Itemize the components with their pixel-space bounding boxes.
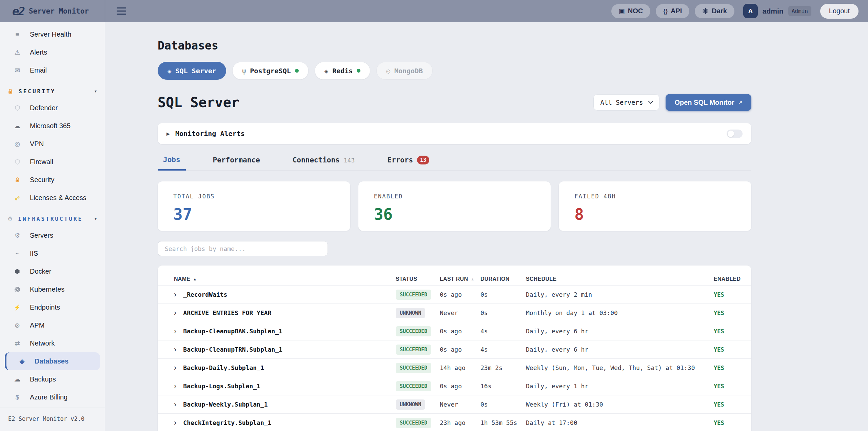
- topbar: e2 Server Monitor ▣ NOC {} API Dark A ad…: [0, 0, 868, 22]
- sidebar-item-label: Endpoints: [30, 303, 60, 311]
- open-sql-monitor-button[interactable]: Open SQL Monitor ↗: [666, 94, 751, 111]
- api-label: API: [671, 7, 682, 15]
- chevron-right-icon[interactable]: ›: [174, 419, 176, 427]
- sidebar-item-label: Security: [30, 176, 54, 184]
- app-title: Server Monitor: [29, 7, 89, 15]
- section-label: INFRASTRUCTURE: [18, 216, 83, 222]
- role-badge: Admin: [788, 6, 811, 16]
- user-avatar: A: [743, 4, 758, 18]
- sidebar-item-email[interactable]: ✉ Email: [0, 61, 105, 79]
- table-row[interactable]: ›Backup-CleanupBAK.Subplan_1 SUCCEEDED 0…: [158, 322, 751, 340]
- sidebar-item-label: APM: [30, 321, 44, 329]
- noc-button[interactable]: ▣ NOC: [611, 4, 650, 18]
- api-button[interactable]: {} API: [656, 4, 689, 18]
- sidebar-item-kubernetes[interactable]: Kubernetes: [0, 280, 105, 298]
- sidebar-item-servers[interactable]: ⚙ Servers: [0, 227, 105, 244]
- column-schedule[interactable]: SCHEDULE: [526, 276, 714, 282]
- job-name: Backup-Logs.Subplan_1: [183, 383, 260, 390]
- schedule: Daily at 17:00: [526, 419, 714, 426]
- table-row[interactable]: ›Backup-Daily.Subplan_1 SUCCEEDED 14h ag…: [158, 358, 751, 377]
- diamond-icon: ◈: [18, 357, 26, 365]
- tab-mongodb[interactable]: ◎ MongoDB: [376, 62, 433, 80]
- shield-icon: [13, 105, 22, 111]
- column-last-run[interactable]: LAST RUN ▲: [440, 276, 480, 282]
- last-run: Never: [440, 401, 480, 408]
- table-row[interactable]: ›Backup-Logs.Subplan_1 SUCCEEDED 0s ago …: [158, 377, 751, 395]
- chevron-right-icon[interactable]: ›: [174, 383, 176, 390]
- duration: 0s: [480, 309, 526, 316]
- sidebar-item-vpn[interactable]: ◎ VPN: [0, 135, 105, 153]
- table-row[interactable]: ›CheckIntegrity.Subplan_1 SUCCEEDED 23h …: [158, 413, 751, 431]
- cloud-icon: ☁: [13, 375, 22, 383]
- sidebar-section-security[interactable]: SECURITY ▾: [0, 83, 105, 99]
- gear-icon: ⚙: [13, 232, 22, 239]
- tab-jobs[interactable]: Jobs: [158, 154, 186, 171]
- user-info[interactable]: A admin Admin: [743, 4, 811, 18]
- sidebar-item-iis[interactable]: ~ IIS: [0, 244, 105, 262]
- sidebar-item-alerts[interactable]: ⚠ Alerts: [0, 43, 105, 61]
- stat-label: ENABLED: [374, 193, 535, 200]
- sidebar-item-endpoints[interactable]: ⚡ Endpoints: [0, 298, 105, 316]
- sidebar-item-security[interactable]: Security: [0, 171, 105, 189]
- tab-connections[interactable]: Connections 143: [287, 154, 360, 170]
- last-run: 0s ago: [440, 383, 480, 390]
- sort-asc-icon: ▲: [471, 277, 474, 281]
- server-select[interactable]: All Servers: [593, 94, 660, 111]
- chevron-right-icon[interactable]: ›: [174, 346, 176, 353]
- table-row[interactable]: ›_RecordWaits SUCCEEDED 0s ago 0s Daily,…: [158, 285, 751, 303]
- tab-performance[interactable]: Performance: [208, 154, 265, 170]
- sidebar-item-microsoft-365[interactable]: ☁ Microsoft 365: [0, 117, 105, 135]
- sidebar-section-infrastructure[interactable]: ⚙ INFRASTRUCTURE ▾: [0, 211, 105, 227]
- sidebar-item-label: Server Health: [30, 31, 71, 38]
- column-name[interactable]: NAME ▲: [174, 276, 396, 282]
- monitoring-alerts-panel[interactable]: ▶ Monitoring Alerts: [158, 123, 751, 144]
- enabled-flag: YES: [714, 365, 735, 371]
- sidebar-item-defender[interactable]: Defender: [0, 99, 105, 117]
- column-enabled[interactable]: ENABLED: [714, 276, 741, 282]
- noc-icon: ▣: [619, 7, 625, 15]
- status-badge: SUCCEEDED: [396, 290, 431, 300]
- schedule: Daily, every 1 hr: [526, 383, 714, 390]
- sidebar-item-label: Kubernetes: [30, 286, 64, 293]
- chevron-right-icon[interactable]: ›: [174, 309, 176, 317]
- sidebar-item-network[interactable]: ⇄ Network: [0, 334, 105, 352]
- sidebar-item-firewall[interactable]: Firewall: [0, 153, 105, 171]
- tab-redis[interactable]: ◈ Redis: [315, 62, 371, 80]
- chevron-right-icon[interactable]: ›: [174, 401, 176, 408]
- monitoring-alerts-toggle[interactable]: [727, 130, 743, 138]
- sidebar-item-server-health[interactable]: ≡ Server Health: [0, 25, 105, 43]
- server-health-icon: ≡: [13, 31, 22, 38]
- chevron-right-icon[interactable]: ›: [174, 364, 176, 372]
- tab-postgresql[interactable]: ψ PostgreSQL: [232, 62, 309, 80]
- search-jobs-input[interactable]: [158, 241, 328, 256]
- sql-section-tabs: Jobs Performance Connections 143 Errors …: [158, 154, 751, 171]
- menu-toggle-icon[interactable]: [117, 7, 126, 15]
- duration: 16s: [480, 383, 526, 390]
- sidebar-item-docker[interactable]: Docker: [0, 262, 105, 280]
- sidebar-item-databases[interactable]: ◈ Databases: [5, 352, 100, 370]
- hexagon-icon: [13, 269, 22, 274]
- tab-sql-server[interactable]: ◈ SQL Server: [158, 62, 226, 80]
- logout-button[interactable]: Logout: [820, 4, 859, 19]
- enabled-flag: YES: [714, 291, 735, 298]
- stat-value: 8: [574, 205, 736, 223]
- bolt-icon: ⚡: [13, 304, 22, 311]
- table-row[interactable]: ›Backup-Weekly.Subplan_1 UNKNOWN Never 0…: [158, 395, 751, 413]
- chevron-right-icon[interactable]: ›: [174, 328, 176, 335]
- column-status[interactable]: STATUS: [396, 276, 440, 282]
- sidebar-item-licenses-access[interactable]: Licenses & Access: [0, 189, 105, 207]
- chevron-right-icon[interactable]: ›: [174, 291, 176, 298]
- table-row[interactable]: ›Backup-CleanupTRN.Subplan_1 SUCCEEDED 0…: [158, 340, 751, 358]
- column-duration[interactable]: DURATION: [480, 276, 526, 282]
- sidebar-item-label: VPN: [30, 140, 44, 148]
- tab-errors[interactable]: Errors 13: [382, 154, 435, 170]
- sidebar-item-backups[interactable]: ☁ Backups: [0, 370, 105, 388]
- sidebar-item-apm[interactable]: ⊗ APM: [0, 316, 105, 334]
- dark-mode-button[interactable]: Dark: [695, 4, 734, 18]
- disc-icon: ◎: [13, 140, 22, 148]
- tab-label: Redis: [332, 67, 353, 75]
- sidebar-item-azure-billing[interactable]: $ Azure Billing: [0, 388, 105, 406]
- duration: 0s: [480, 401, 526, 408]
- table-row[interactable]: ›ARCHIVE ENTRIES FOR YEAR UNKNOWN Never …: [158, 303, 751, 322]
- tab-label: Performance: [213, 156, 260, 164]
